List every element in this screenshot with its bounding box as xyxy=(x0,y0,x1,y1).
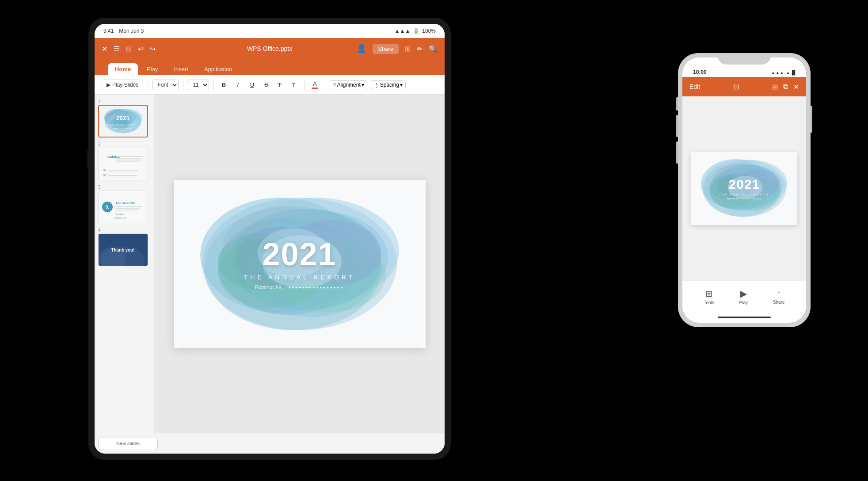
phone-wifi-icon: ▲ xyxy=(786,70,790,75)
share-button[interactable]: Share xyxy=(373,44,399,54)
svg-rect-16 xyxy=(116,161,139,162)
font-size-selector[interactable]: 11 xyxy=(188,80,209,90)
svg-rect-13 xyxy=(116,156,143,157)
phone-edit-button[interactable]: Edit xyxy=(689,83,700,90)
menu-icon[interactable]: ☰ xyxy=(114,45,120,53)
phone-save-icon[interactable]: ⊡ xyxy=(733,83,739,91)
slide-num-2: 2 xyxy=(98,142,150,147)
phone-slide-text: 2021 THE ANNUAL REPORT Reporter:XX ●●●●●… xyxy=(719,177,769,200)
phone-split-icon[interactable]: ⧉ xyxy=(783,83,788,91)
subscript-button[interactable]: T↓ xyxy=(289,81,300,89)
phone-home-bar xyxy=(718,317,771,318)
play-slides-button[interactable]: ▶ Play Slides xyxy=(102,80,143,90)
phone-volume-down-button[interactable] xyxy=(676,141,678,164)
phone-volume-up-button[interactable] xyxy=(676,115,678,137)
pencil-icon[interactable]: ✏ xyxy=(417,45,423,53)
tab-home[interactable]: Home xyxy=(108,63,138,75)
slide4-svg: Thank you! xyxy=(99,234,148,266)
phone-close-icon[interactable]: ✕ xyxy=(793,83,799,91)
close-icon[interactable]: ✕ xyxy=(102,45,107,53)
slide-thumb-3[interactable]: 3 0. Add your title Subtitle xyxy=(98,185,150,223)
phone-play-item[interactable]: ▶ Play xyxy=(739,288,748,305)
tab-play[interactable]: Play xyxy=(140,63,165,75)
tablet-screen: 9:41 Mon Jun 3 ▲▲▲ 🔋 100% ✕ ☰ ⊟ ↩ ↪ xyxy=(95,24,445,454)
tablet-side-button xyxy=(87,150,88,168)
underline-button[interactable]: U xyxy=(247,80,257,89)
svg-text:Reporter:XX   ● ● ● ● ● ● ● ●: Reporter:XX ● ● ● ● ● ● ● ● xyxy=(114,128,133,130)
toolbar-divider-3 xyxy=(213,80,214,90)
tablet-statusbar: 9:41 Mon Jun 3 ▲▲▲ 🔋 100% xyxy=(95,24,445,38)
slides-panel: 1 2021 xyxy=(95,95,154,433)
grid-icon[interactable]: ⊟ xyxy=(126,45,132,53)
phone-reporter: Reporter:XX ●●●●●●●●●●● xyxy=(719,197,769,200)
slide-thumb-2[interactable]: 2 Catalog 01 xyxy=(98,142,150,180)
italic-button[interactable]: I xyxy=(232,80,243,89)
spacing-button[interactable]: ⋮ Spacing ▾ xyxy=(371,80,406,89)
phone-subtitle: THE ANNUAL REPORT xyxy=(719,193,769,196)
share-label: Share xyxy=(773,300,785,305)
wifi-icon: ▲▲▲ xyxy=(395,28,411,34)
bold-button[interactable]: B xyxy=(218,80,229,89)
toolbar-divider-4 xyxy=(304,80,305,90)
view-icon[interactable]: ⊞ xyxy=(405,45,411,53)
redo-icon[interactable]: ↪ xyxy=(150,45,156,53)
undo-icon[interactable]: ↩ xyxy=(138,45,144,53)
svg-rect-14 xyxy=(116,158,141,159)
superscript-button[interactable]: T↑ xyxy=(275,81,286,89)
search-icon[interactable]: 🔍 xyxy=(429,45,438,53)
phone-reporter-text: Reporter:XX xyxy=(727,197,739,200)
slide-thumb-4[interactable]: 4 Thank you! xyxy=(98,228,150,266)
slide-text-content: 2021 THE ANNUAL REPORT Reporter:XX ●●●●●… xyxy=(244,238,355,290)
tools-icon: ⊞ xyxy=(705,288,713,299)
battery-percent: 100% xyxy=(422,28,436,34)
svg-text:THE ANNUAL REPORT: THE ANNUAL REPORT xyxy=(110,124,136,126)
phone-titlebar-icons: ⊞ ⧉ ✕ xyxy=(772,83,799,91)
share-icon: ↑ xyxy=(777,288,781,298)
svg-rect-23 xyxy=(108,177,133,178)
new-slides-button[interactable]: New slides xyxy=(98,438,158,449)
font-selector[interactable]: Font xyxy=(152,80,179,90)
svg-rect-17 xyxy=(103,165,143,165)
slide-num-1: 1 xyxy=(98,99,150,104)
tablet-device: 9:41 Mon Jun 3 ▲▲▲ 🔋 100% ✕ ☰ ⊟ ↩ ↪ xyxy=(88,18,451,460)
phone-grid-icon[interactable]: ⊞ xyxy=(772,83,778,91)
slide-subtitle: THE ANNUAL REPORT xyxy=(244,274,355,281)
profile-icon[interactable]: 👤 xyxy=(357,44,366,53)
slide-year: 2021 xyxy=(244,238,355,270)
tab-application[interactable]: Application xyxy=(197,63,240,75)
battery-icon: 🔋 xyxy=(413,28,419,34)
phone-share-item[interactable]: ↑ Share xyxy=(773,288,785,305)
tablet-titlebar-right: 👤 Share ⊞ ✏ 🔍 xyxy=(357,44,438,54)
strikethrough-button[interactable]: S xyxy=(261,80,271,89)
svg-text:Add your title: Add your title xyxy=(115,202,135,205)
play-label: Play xyxy=(739,300,748,305)
main-slide-area: 2021 THE ANNUAL REPORT Reporter:XX ●●●●●… xyxy=(154,95,445,433)
svg-rect-30 xyxy=(115,210,137,210)
phone-notch xyxy=(718,53,771,65)
alignment-dropdown-icon: ▾ xyxy=(362,82,364,88)
phone-silent-button[interactable] xyxy=(676,97,678,111)
play-triangle-icon: ▶ xyxy=(107,82,110,88)
tablet-tabs: Home Play Insert Application xyxy=(95,59,445,75)
tablet-content: 1 2021 xyxy=(95,95,445,433)
toolbar-divider-2 xyxy=(183,80,183,90)
tablet-status-icons: ▲▲▲ 🔋 100% xyxy=(395,28,436,34)
svg-rect-22 xyxy=(108,175,137,176)
tablet-date: Mon Jun 3 xyxy=(119,28,144,34)
svg-rect-29 xyxy=(115,208,140,209)
phone-battery-icon: ▉ xyxy=(792,70,796,75)
phone-power-button[interactable] xyxy=(811,106,812,133)
font-color-button[interactable]: A xyxy=(309,79,320,91)
alignment-icon: ≡ xyxy=(333,82,336,88)
slide-preview-4: Thank you! xyxy=(98,233,148,266)
slide-thumb-1[interactable]: 1 2021 xyxy=(98,99,150,137)
alignment-button[interactable]: ≡ Alignment ▾ xyxy=(330,80,367,89)
svg-rect-20 xyxy=(108,172,135,172)
tablet-time: 9:41 xyxy=(103,28,114,34)
main-slide: 2021 THE ANNUAL REPORT Reporter:XX ●●●●●… xyxy=(174,180,426,348)
phone-tools-item[interactable]: ⊞ Tools xyxy=(704,288,714,305)
tablet-filename: WPS Office.pptx xyxy=(247,45,292,52)
phone-bottombar: ⊞ Tools ▶ Play ↑ Share xyxy=(682,280,806,312)
tab-insert[interactable]: Insert xyxy=(167,63,195,75)
svg-rect-19 xyxy=(108,170,139,171)
